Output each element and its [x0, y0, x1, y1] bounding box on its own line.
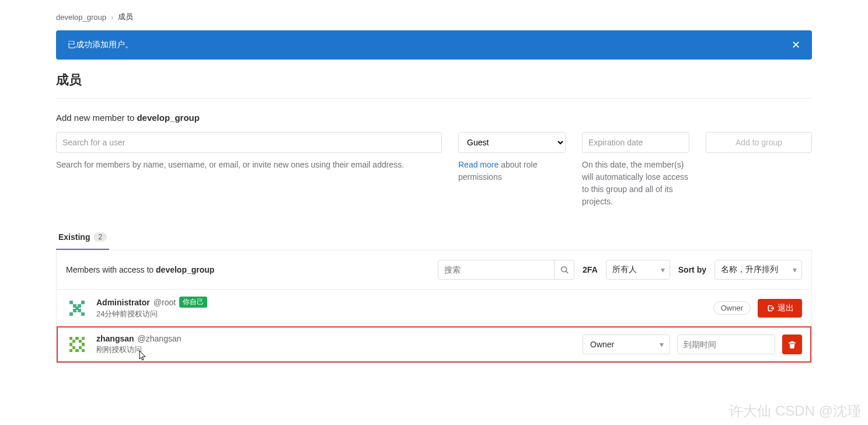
role-select[interactable]: Guest [458, 132, 566, 153]
search-user-input[interactable] [56, 132, 442, 153]
sort-dropdown[interactable]: 名称，升序排列 ▾ [714, 260, 802, 280]
member-handle: @root [154, 298, 176, 307]
svg-rect-19 [79, 346, 82, 349]
divider [56, 98, 812, 99]
member-name[interactable]: zhangsan [96, 334, 134, 343]
svg-rect-18 [72, 346, 75, 349]
alert-close-button[interactable]: ✕ [792, 39, 800, 51]
avatar[interactable] [66, 297, 88, 319]
expiration-date-input[interactable] [582, 132, 689, 153]
breadcrumb-current: 成员 [118, 12, 133, 22]
member-access-time: 24分钟前授权访问 [96, 309, 207, 319]
tab-existing[interactable]: Existing 2 [56, 225, 109, 250]
chevron-right-icon: › [111, 13, 113, 22]
members-search [438, 260, 574, 280]
breadcrumb-parent[interactable]: develop_group [56, 13, 106, 22]
svg-rect-13 [79, 340, 82, 343]
svg-rect-9 [78, 309, 81, 312]
logout-icon [766, 304, 774, 312]
svg-rect-7 [81, 312, 85, 316]
chevron-down-icon: ▾ [661, 265, 665, 274]
member-access-time: 刚刚授权访问 [96, 344, 182, 355]
add-member-row: Search for members by name, username, or… [56, 132, 812, 208]
member-row-zhangsan: zhangsan @zhangsan 刚刚授权访问 Owner ▾ [57, 326, 811, 363]
svg-rect-11 [82, 337, 85, 340]
member-name[interactable]: Administrator [96, 298, 150, 307]
avatar[interactable] [66, 333, 88, 356]
search-help: Search for members by name, username, or… [56, 159, 442, 171]
success-alert: 已成功添加用户。 ✕ [56, 30, 812, 60]
search-icon [560, 266, 569, 274]
alert-message: 已成功添加用户。 [68, 40, 133, 50]
role-help: Read more about role permissions [458, 159, 566, 183]
page-title: 成员 [56, 71, 812, 89]
svg-rect-17 [82, 349, 85, 352]
sortby-label: Sort by [678, 265, 706, 274]
svg-rect-16 [69, 349, 72, 352]
members-search-button[interactable] [555, 260, 574, 280]
tab-count-badge: 2 [93, 232, 107, 242]
svg-rect-20 [69, 343, 72, 346]
svg-rect-2 [81, 301, 85, 304]
read-more-link[interactable]: Read more [458, 160, 499, 169]
filter-bar: Members with access to develop_group 2FA… [57, 250, 811, 290]
svg-rect-10 [69, 337, 72, 340]
tab-label: Existing [58, 232, 90, 242]
members-search-input[interactable] [438, 260, 555, 280]
chevron-down-icon: ▾ [660, 340, 664, 349]
member-row-administrator: Administrator @root 你自己 24分钟前授权访问 Owner … [57, 290, 811, 326]
svg-rect-8 [73, 309, 76, 312]
breadcrumb: develop_group › 成员 [56, 12, 812, 22]
close-icon: ✕ [792, 39, 800, 51]
svg-rect-15 [75, 349, 79, 352]
date-help: On this date, the member(s) will automat… [582, 159, 689, 208]
twofa-label: 2FA [583, 265, 598, 274]
add-to-group-button[interactable]: Add to group [706, 132, 812, 153]
owner-badge: Owner [713, 301, 751, 315]
trash-icon [788, 340, 796, 349]
svg-rect-6 [69, 312, 73, 316]
svg-rect-1 [69, 301, 73, 304]
svg-rect-14 [75, 337, 79, 340]
svg-rect-21 [82, 343, 85, 346]
filter-label: Members with access to develop_group [66, 265, 214, 274]
chevron-down-icon: ▾ [793, 265, 797, 274]
svg-point-0 [561, 267, 566, 272]
twofa-dropdown[interactable]: 所有人 ▾ [606, 260, 670, 280]
members-panel: Members with access to develop_group 2FA… [56, 250, 812, 363]
add-member-label: Add new member to develop_group [56, 113, 812, 123]
leave-button[interactable]: 退出 [758, 299, 802, 318]
self-badge: 你自己 [179, 297, 207, 308]
member-handle: @zhangsan [138, 334, 182, 343]
member-role-dropdown[interactable]: Owner ▾ [583, 335, 670, 354]
member-expiration-input[interactable] [677, 335, 775, 354]
tabs: Existing 2 [56, 225, 812, 250]
remove-member-button[interactable] [782, 335, 802, 354]
svg-rect-12 [72, 340, 75, 343]
